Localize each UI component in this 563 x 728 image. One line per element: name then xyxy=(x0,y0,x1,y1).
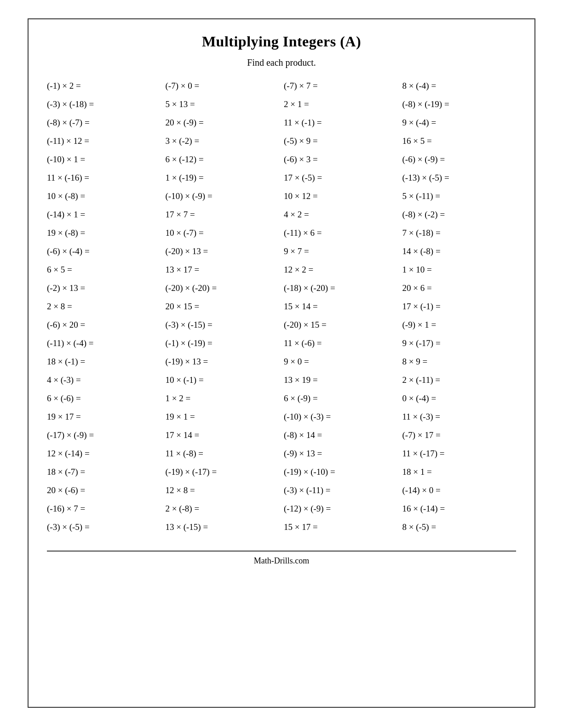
problem-item: (-2) × 13 = xyxy=(47,283,161,293)
problem-item: 18 × (-1) = xyxy=(47,357,161,367)
problem-item: 11 × (-8) = xyxy=(166,449,280,459)
problem-item: 11 × (-16) = xyxy=(47,173,161,183)
problem-item: 17 × 7 = xyxy=(166,210,280,220)
page-wrapper: Multiplying Integers (A) Find each produ… xyxy=(28,18,535,708)
problem-item: 19 × (-8) = xyxy=(47,228,161,238)
problem-item: (-6) × 3 = xyxy=(284,154,398,165)
problem-item: (-13) × (-5) = xyxy=(402,173,517,183)
problem-item: 16 × (-14) = xyxy=(402,504,517,514)
problem-item: (-11) × 12 = xyxy=(47,136,161,146)
problem-item: (-3) × (-18) = xyxy=(47,99,161,109)
problem-item: 8 × (-4) = xyxy=(402,81,517,91)
problem-item: (-10) × (-9) = xyxy=(166,191,280,201)
problems-grid: (-1) × 2 =(-7) × 0 =(-7) × 7 =8 × (-4) =… xyxy=(47,81,516,532)
problem-item: 6 × (-12) = xyxy=(166,154,280,165)
problem-item: (-20) × 13 = xyxy=(166,246,280,256)
problem-item: 9 × 0 = xyxy=(284,357,398,367)
problem-item: (-10) × 1 = xyxy=(47,154,161,165)
problem-item: 6 × 5 = xyxy=(47,265,161,275)
problem-item: 7 × (-18) = xyxy=(402,228,517,238)
problem-item: 10 × 12 = xyxy=(284,191,398,201)
problem-item: (-8) × (-19) = xyxy=(402,99,517,109)
problem-item: 15 × 17 = xyxy=(284,522,398,532)
problem-item: (-6) × 20 = xyxy=(47,320,161,330)
problem-item: 0 × (-4) = xyxy=(402,393,517,404)
problem-item: 10 × (-7) = xyxy=(166,228,280,238)
problem-item: 9 × (-17) = xyxy=(402,338,517,348)
problem-item: (-3) × (-5) = xyxy=(47,522,161,532)
problem-item: 3 × (-2) = xyxy=(166,136,280,146)
problem-item: 14 × (-8) = xyxy=(402,246,517,256)
problem-item: 20 × 6 = xyxy=(402,283,517,293)
problem-item: (-20) × (-20) = xyxy=(166,283,280,293)
problem-item: 6 × (-9) = xyxy=(284,393,398,404)
problem-item: (-14) × 1 = xyxy=(47,210,161,220)
problem-item: 17 × 14 = xyxy=(166,430,280,440)
problem-item: 12 × 8 = xyxy=(166,485,280,495)
problem-item: (-7) × 17 = xyxy=(402,430,517,440)
problem-item: (-3) × (-11) = xyxy=(284,485,398,495)
problem-item: (-11) × (-4) = xyxy=(47,338,161,348)
problem-item: (-18) × (-20) = xyxy=(284,283,398,293)
problem-item: (-7) × 7 = xyxy=(284,81,398,91)
problem-item: 9 × (-4) = xyxy=(402,118,517,128)
problem-item: (-10) × (-3) = xyxy=(284,412,398,422)
problem-item: 16 × 5 = xyxy=(402,136,517,146)
problem-item: 1 × 10 = xyxy=(402,265,517,275)
problem-item: 8 × 9 = xyxy=(402,357,517,367)
problem-item: (-3) × (-15) = xyxy=(166,320,280,330)
problem-item: 19 × 17 = xyxy=(47,412,161,422)
page-footer: Math-Drills.com xyxy=(47,551,516,566)
problem-item: (-7) × 0 = xyxy=(166,81,280,91)
problem-item: 8 × (-5) = xyxy=(402,522,517,532)
page-title: Multiplying Integers (A) xyxy=(47,33,516,50)
problem-item: 10 × (-1) = xyxy=(166,375,280,385)
problem-item: (-16) × 7 = xyxy=(47,504,161,514)
problem-item: 11 × (-1) = xyxy=(284,118,398,128)
problem-item: (-1) × (-19) = xyxy=(166,338,280,348)
problem-item: 11 × (-3) = xyxy=(402,412,517,422)
problem-item: 12 × 2 = xyxy=(284,265,398,275)
problem-item: 1 × 2 = xyxy=(166,393,280,404)
problem-item: 6 × (-6) = xyxy=(47,393,161,404)
problem-item: 9 × 7 = xyxy=(284,246,398,256)
problem-item: 18 × (-7) = xyxy=(47,467,161,477)
problem-item: (-9) × 13 = xyxy=(284,449,398,459)
problem-item: (-9) × 1 = xyxy=(402,320,517,330)
problem-item: (-12) × (-9) = xyxy=(284,504,398,514)
problem-item: 20 × (-9) = xyxy=(166,118,280,128)
problem-item: 20 × (-6) = xyxy=(47,485,161,495)
problem-item: (-6) × (-4) = xyxy=(47,246,161,256)
problem-item: (-17) × (-9) = xyxy=(47,430,161,440)
problem-item: 18 × 1 = xyxy=(402,467,517,477)
problem-item: 2 × (-8) = xyxy=(166,504,280,514)
problem-item: 2 × (-11) = xyxy=(402,375,517,385)
problem-item: (-6) × (-9) = xyxy=(402,154,517,165)
problem-item: 13 × 17 = xyxy=(166,265,280,275)
problem-item: (-19) × (-17) = xyxy=(166,467,280,477)
page-subtitle: Find each product. xyxy=(47,57,516,68)
problem-item: (-19) × 13 = xyxy=(166,357,280,367)
problem-item: 10 × (-8) = xyxy=(47,191,161,201)
problem-item: (-5) × 9 = xyxy=(284,136,398,146)
problem-item: 4 × (-3) = xyxy=(47,375,161,385)
problem-item: 4 × 2 = xyxy=(284,210,398,220)
problem-item: 11 × (-17) = xyxy=(402,449,517,459)
problem-item: 15 × 14 = xyxy=(284,301,398,312)
problem-item: (-1) × 2 = xyxy=(47,81,161,91)
problem-item: 13 × 19 = xyxy=(284,375,398,385)
problem-item: 20 × 15 = xyxy=(166,301,280,312)
problem-item: 13 × (-15) = xyxy=(166,522,280,532)
problem-item: (-8) × 14 = xyxy=(284,430,398,440)
problem-item: 5 × (-11) = xyxy=(402,191,517,201)
problem-item: (-14) × 0 = xyxy=(402,485,517,495)
problem-item: 17 × (-5) = xyxy=(284,173,398,183)
problem-item: (-8) × (-7) = xyxy=(47,118,161,128)
problem-item: 5 × 13 = xyxy=(166,99,280,109)
problem-item: (-20) × 15 = xyxy=(284,320,398,330)
problem-item: 17 × (-1) = xyxy=(402,301,517,312)
problem-item: 2 × 1 = xyxy=(284,99,398,109)
problem-item: 19 × 1 = xyxy=(166,412,280,422)
problem-item: 2 × 8 = xyxy=(47,301,161,312)
problem-item: (-8) × (-2) = xyxy=(402,210,517,220)
